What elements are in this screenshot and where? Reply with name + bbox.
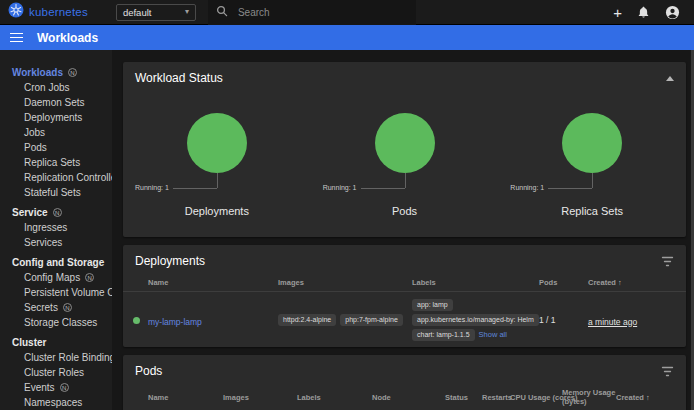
sidebar-item-daemon-sets[interactable]: Daemon Sets [0, 95, 112, 110]
sidebar-item-label: Cluster Roles [24, 367, 84, 378]
legend-leader-line [548, 188, 592, 189]
status-ok-dot [133, 317, 140, 324]
column-header-node: Node [372, 393, 445, 402]
sidebar-item-label: Deployments [24, 112, 82, 123]
sidebar-item-label: Persistent Volume Claims [24, 287, 112, 298]
top-actions: + [613, 5, 684, 20]
sidebar-item-label: Jobs [24, 127, 45, 138]
workload-status-card: Workload Status Running: 1DeploymentsRun… [123, 62, 686, 237]
sort-arrow-icon: ↑ [618, 278, 622, 287]
chart-title: Pods [311, 205, 499, 217]
sidebar-item-ingresses[interactable]: Ingresses [0, 220, 112, 235]
menu-hamburger-icon[interactable] [10, 33, 23, 43]
images-cell: httpd:2.4-alpinephp:7-fpm-alpine [278, 312, 412, 327]
sidebar-item-label: Pods [24, 142, 47, 153]
filter-icon[interactable] [661, 365, 674, 378]
legend-leader-line [361, 188, 405, 189]
search-input[interactable] [238, 7, 388, 18]
column-header-name[interactable]: Name [148, 393, 223, 402]
sidebar-item-services[interactable]: Services [0, 235, 112, 250]
deployments-title: Deployments [135, 254, 205, 268]
column-header-pods: Pods [539, 278, 588, 287]
created-ago: a minute ago [588, 317, 637, 327]
sidebar-item-label: Cron Jobs [24, 82, 70, 93]
deployment-name-link[interactable]: my-lamp-lamp [148, 317, 202, 328]
sidebar-item-events[interactable]: EventsN [0, 380, 112, 395]
notifications-bell-icon[interactable] [637, 6, 650, 19]
sidebar-item-config-maps[interactable]: Config MapsN [0, 270, 112, 285]
label-chip: httpd:2.4-alpine [278, 314, 336, 326]
column-header-labels: Labels [297, 393, 372, 402]
sidebar-item-config-and-storage: Config and Storage [0, 255, 112, 270]
sidebar-nav: WorkloadsNCron JobsDaemon SetsDeployment… [0, 50, 112, 410]
sidebar-item-namespaces[interactable]: Namespaces [0, 395, 112, 410]
namespaced-badge: N [63, 303, 72, 312]
sidebar-item-label: Replication Controllers [24, 172, 112, 183]
column-header-images: Images [278, 278, 412, 287]
pods-table-header: Name Images Labels Node Status Restarts … [123, 384, 686, 410]
sidebar-item-storage-classes[interactable]: Storage Classes [0, 315, 112, 330]
sidebar-item-pods[interactable]: Pods [0, 140, 112, 155]
column-header-images: Images [223, 393, 297, 402]
sidebar-item-replica-sets[interactable]: Replica Sets [0, 155, 112, 170]
deployments-table-header: Name Images Labels Pods Created↑ [123, 274, 686, 292]
pie-chart [562, 113, 622, 173]
sidebar-item-stateful-sets[interactable]: Stateful Sets [0, 185, 112, 200]
filter-icon[interactable] [661, 255, 674, 268]
pie-chart [375, 113, 435, 173]
chart-legend: Running: 1 [510, 184, 544, 191]
legend-leader-line [217, 173, 218, 188]
sidebar-item-cluster-roles[interactable]: Cluster Roles [0, 365, 112, 380]
sidebar-item-label: Cluster Role Bindings [24, 352, 112, 363]
sidebar-item-deployments[interactable]: Deployments [0, 110, 112, 125]
show-all-link[interactable]: Show all [479, 330, 507, 339]
sidebar-item-label: Replica Sets [24, 157, 80, 168]
sidebar-item-cron-jobs[interactable]: Cron Jobs [0, 80, 112, 95]
pods-title: Pods [135, 364, 162, 378]
sidebar-item-jobs[interactable]: Jobs [0, 125, 112, 140]
sidebar-item-cluster: Cluster [0, 335, 112, 350]
pods-card: Pods Name Images Labels Node Status Rest… [123, 355, 686, 410]
sidebar-item-label: Storage Classes [24, 317, 97, 328]
workload-chart-replica-sets: Running: 1Replica Sets [498, 113, 686, 225]
chart-legend: Running: 1 [135, 184, 169, 191]
sidebar-item-secrets[interactable]: SecretsN [0, 300, 112, 315]
column-header-created[interactable]: Created↑ [588, 278, 676, 287]
chevron-down-icon: ▾ [185, 8, 189, 16]
create-resource-button[interactable]: + [613, 5, 622, 20]
legend-leader-line [592, 173, 593, 188]
top-bar: kubernetes default ▾ + [0, 0, 694, 25]
main-content: Workload Status Running: 1DeploymentsRun… [112, 50, 694, 410]
chart-title: Replica Sets [498, 205, 686, 217]
sidebar-item-replication-controllers[interactable]: Replication Controllers [0, 170, 112, 185]
column-header-created[interactable]: Created↑ [616, 393, 676, 402]
user-account-icon[interactable] [665, 5, 680, 20]
column-header-name[interactable]: Name [148, 278, 278, 287]
sidebar-item-label: Services [24, 237, 62, 248]
workload-chart-deployments: Running: 1Deployments [123, 113, 311, 225]
page-toolbar: Workloads [0, 25, 694, 50]
sidebar-item-label: Ingresses [24, 222, 67, 233]
chart-title: Deployments [123, 205, 311, 217]
sidebar-item-label: Workloads [12, 67, 63, 78]
sidebar-item-label: Secrets [24, 302, 58, 313]
sidebar-item-label: Daemon Sets [24, 97, 85, 108]
search-box[interactable] [208, 0, 416, 25]
label-chip: chart: lamp-1.1.5 [412, 329, 475, 341]
sidebar-item-label: Namespaces [24, 397, 82, 408]
sidebar-item-workloads[interactable]: WorkloadsN [0, 65, 112, 80]
legend-leader-line [405, 173, 406, 188]
kubernetes-logo-link[interactable]: kubernetes [8, 2, 88, 22]
deployment-row: my-lamp-lamp httpd:2.4-alpinephp:7-fpm-a… [123, 292, 686, 347]
collapse-caret-icon[interactable] [666, 76, 674, 81]
pie-chart [187, 113, 247, 173]
sidebar-item-cluster-role-bindings[interactable]: Cluster Role Bindings [0, 350, 112, 365]
sidebar-item-label: Cluster [12, 337, 46, 348]
namespace-selector[interactable]: default ▾ [116, 4, 196, 21]
search-icon [216, 3, 228, 21]
sort-arrow-icon: ↑ [646, 393, 650, 402]
brand-wordmark: kubernetes [29, 6, 88, 18]
namespaced-badge: N [68, 68, 77, 77]
sidebar-item-persistent-volume-claims[interactable]: Persistent Volume ClaimsN [0, 285, 112, 300]
sidebar-item-label: Events [24, 382, 55, 393]
